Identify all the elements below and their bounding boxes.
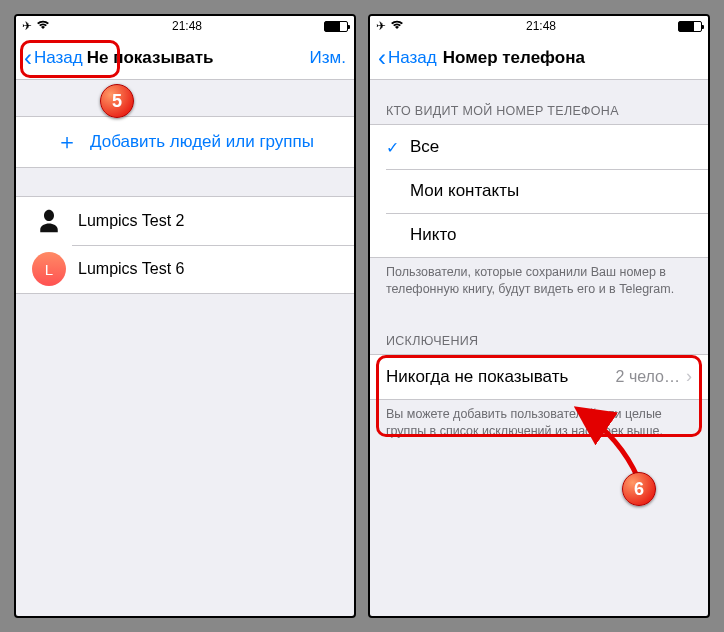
option-nobody[interactable]: Никто [370,213,708,257]
add-people-button[interactable]: ＋ Добавить людей или группы [16,117,354,167]
add-section: ＋ Добавить людей или группы [16,116,354,168]
status-bar: ✈ 21:48 [370,16,708,36]
status-bar: ✈ 21:48 [16,16,354,36]
chevron-right-icon: › [686,366,692,387]
option-label: Мои контакты [410,181,692,201]
page-title: Не показывать [87,48,214,68]
avatar-icon: L [32,252,66,286]
list-item[interactable]: L Lumpics Test 6 [16,245,354,293]
screenshot-right: ✈ 21:48 ‹ Назад Номер телефона КТО ВИДИТ… [368,14,710,618]
page-title: Номер телефона [443,48,585,68]
chevron-left-icon: ‹ [24,44,32,72]
contact-name: Lumpics Test 6 [78,260,184,278]
add-label: Добавить людей или группы [90,132,314,152]
step-badge-5: 5 [100,84,134,118]
never-show-row[interactable]: Никогда не показывать 2 чело… › [370,355,708,399]
wifi-icon [390,20,404,32]
exceptions-group: Никогда не показывать 2 чело… › [370,354,708,400]
chevron-left-icon: ‹ [378,44,386,72]
back-label: Назад [388,48,437,68]
nav-bar: ‹ Назад Номер телефона [370,36,708,80]
list-item[interactable]: Lumpics Test 2 [16,197,354,245]
section-header: КТО ВИДИТ МОЙ НОМЕР ТЕЛЕФОНА [370,80,708,124]
back-label: Назад [34,48,83,68]
section-header: ИСКЛЮЧЕНИЯ [370,310,708,354]
status-time: 21:48 [526,19,556,33]
status-time: 21:48 [172,19,202,33]
exception-value: 2 чело… [616,368,680,386]
battery-icon [678,21,702,32]
section-footer: Вы можете добавить пользователей или цел… [370,400,708,452]
visibility-options: ✓ Все Мои контакты Никто [370,124,708,258]
airplane-mode-icon: ✈ [22,19,32,33]
wifi-icon [36,20,50,32]
option-contacts[interactable]: Мои контакты [370,169,708,213]
screenshot-left: ✈ 21:48 ‹ Назад Не показывать Изм. ＋ Доб… [14,14,356,618]
option-label: Никто [410,225,692,245]
nav-bar: ‹ Назад Не показывать Изм. [16,36,354,80]
edit-button[interactable]: Изм. [310,48,346,68]
back-button[interactable]: ‹ Назад [24,44,83,72]
contacts-list: Lumpics Test 2 L Lumpics Test 6 [16,196,354,294]
contact-name: Lumpics Test 2 [78,212,184,230]
section-footer: Пользователи, которые сохранили Ваш номе… [370,258,708,310]
option-label: Все [410,137,692,157]
airplane-mode-icon: ✈ [376,19,386,33]
exception-label: Никогда не показывать [386,367,616,387]
option-everyone[interactable]: ✓ Все [370,125,708,169]
checkmark-icon: ✓ [386,138,410,157]
battery-icon [324,21,348,32]
avatar-silhouette-icon [32,204,66,238]
plus-icon: ＋ [56,127,78,157]
back-button[interactable]: ‹ Назад [378,44,437,72]
step-badge-6: 6 [622,472,656,506]
